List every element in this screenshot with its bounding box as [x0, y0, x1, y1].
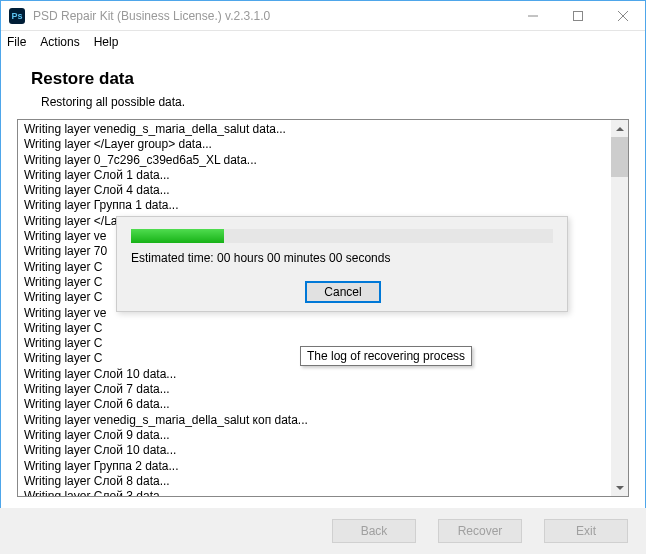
log-line: Writing layer 0_7c296_c39ed6a5_XL data..…: [24, 153, 622, 168]
footer: Back Recover Exit: [0, 508, 646, 554]
svg-rect-1: [573, 11, 582, 20]
log-line: Writing layer </Layer group> data...: [24, 137, 622, 152]
log-line: Writing layer Слой 9 data...: [24, 428, 622, 443]
scroll-thumb[interactable]: [611, 137, 628, 177]
log-line: Writing layer Слой 10 data...: [24, 367, 622, 382]
scroll-up-icon[interactable]: [611, 120, 628, 137]
titlebar: Ps PSD Repair Kit (Business License.) v.…: [1, 1, 645, 31]
window-controls: [510, 1, 645, 30]
menu-file[interactable]: File: [7, 35, 26, 49]
recover-button[interactable]: Recover: [438, 519, 522, 543]
menubar: File Actions Help: [1, 31, 645, 53]
log-line: Writing layer Слой 10 data...: [24, 443, 622, 458]
cancel-button[interactable]: Cancel: [305, 281, 381, 303]
minimize-button[interactable]: [510, 1, 555, 30]
log-line: Writing layer Слой 7 data...: [24, 382, 622, 397]
close-button[interactable]: [600, 1, 645, 30]
log-line: Writing layer Группа 2 data...: [24, 459, 622, 474]
log-line: Writing layer Слой 4 data...: [24, 183, 622, 198]
log-line: Writing layer Слой 3 data...: [24, 489, 622, 497]
menu-actions[interactable]: Actions: [40, 35, 79, 49]
window-title: PSD Repair Kit (Business License.) v.2.3…: [33, 9, 510, 23]
app-icon: Ps: [9, 8, 25, 24]
log-line: Writing layer C: [24, 321, 622, 336]
log-line: Writing layer venedig_s_maria_della_salu…: [24, 122, 622, 137]
scrollbar[interactable]: [611, 120, 628, 496]
progress-fill: [131, 229, 224, 243]
tooltip: The log of recovering process: [300, 346, 472, 366]
scroll-down-icon[interactable]: [611, 479, 628, 496]
log-line: Writing layer Слой 8 data...: [24, 474, 622, 489]
progress-estimate: Estimated time: 00 hours 00 minutes 00 s…: [131, 251, 553, 265]
log-line: Writing layer Группа 1 data...: [24, 198, 622, 213]
progress-dialog: Estimated time: 00 hours 00 minutes 00 s…: [116, 216, 568, 312]
page-subheading: Restoring all possible data.: [41, 95, 629, 109]
log-line: Writing layer Слой 1 data...: [24, 168, 622, 183]
page-heading: Restore data: [31, 69, 629, 89]
maximize-button[interactable]: [555, 1, 600, 30]
exit-button[interactable]: Exit: [544, 519, 628, 543]
progress-bar: [131, 229, 553, 243]
log-line: Writing layer Слой 6 data...: [24, 397, 622, 412]
back-button[interactable]: Back: [332, 519, 416, 543]
log-line: Writing layer venedig_s_maria_della_salu…: [24, 413, 622, 428]
menu-help[interactable]: Help: [94, 35, 119, 49]
